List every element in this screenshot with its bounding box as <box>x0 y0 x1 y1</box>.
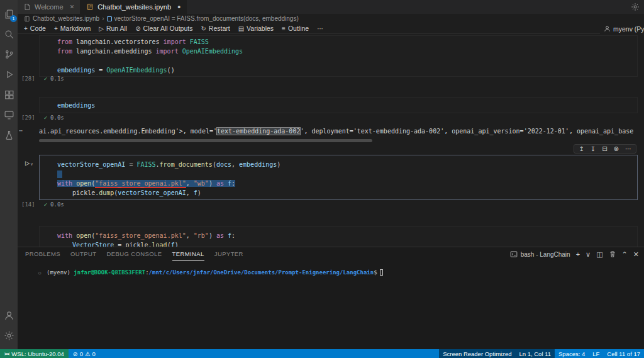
command-decoration-icon[interactable]: ○ <box>38 271 41 276</box>
token: text-embedding-ada-002 <box>217 128 300 135</box>
output-overflow-icon[interactable]: ⋯ <box>19 127 23 134</box>
tab-welcome[interactable]: Welcome ✕ <box>18 0 80 14</box>
more-actions-button[interactable]: ⋯ <box>317 25 323 32</box>
source-control-icon[interactable] <box>0 44 18 64</box>
code-line[interactable]: from langchain.embeddings import OpenAIE… <box>57 47 632 56</box>
token: "rb" <box>194 232 209 239</box>
split-cell-icon[interactable]: ⊟ <box>602 145 607 152</box>
panel-actions: bash - LangChain + ∨ ◫ ⌃ ✕ <box>510 250 639 258</box>
token: open <box>76 232 91 239</box>
kernel-picker[interactable]: myenv (Python <box>600 23 644 34</box>
code-line[interactable]: embeddings <box>57 101 632 110</box>
token: FAISS <box>186 38 209 45</box>
circle-slash-icon: ⊘ <box>135 25 140 32</box>
kill-terminal-icon[interactable] <box>609 250 616 258</box>
token: VectorStore = pickle.load(f) <box>57 242 179 247</box>
code-cell-4[interactable]: with open("faiss_store_openai.pkl", "rb"… <box>39 226 638 247</box>
cursor-position-status[interactable]: Ln 1, Col 11 <box>515 349 555 358</box>
code-line[interactable] <box>57 169 632 179</box>
delete-cell-icon[interactable]: ⊗ <box>614 145 619 152</box>
remote-label: WSL: Ubuntu-20.04 <box>11 350 64 357</box>
token: OpenAIEmbeddings <box>106 67 167 74</box>
terminal-shell-picker[interactable]: bash - LangChain <box>510 250 570 258</box>
code-line[interactable]: with open("faiss_store_openai.pkl", "rb"… <box>57 231 632 240</box>
code-line[interactable]: vectorStore_openAI = FAISS.from_document… <box>57 160 632 169</box>
editor-settings-gear-icon[interactable] <box>631 3 640 14</box>
tab-jupyter[interactable]: JUPYTER <box>214 247 243 261</box>
error-count: 0 <box>80 350 83 357</box>
variables-button[interactable]: ▤Variables <box>238 25 274 32</box>
chevron-down-icon: ∨ <box>30 162 33 167</box>
cell-2-status: [29] ✓ 0.0s <box>21 115 64 121</box>
eol-status[interactable]: LF <box>589 349 603 358</box>
tab-output[interactable]: OUTPUT <box>70 247 96 261</box>
token: = <box>95 67 106 74</box>
execution-time: 0.1s <box>50 76 64 82</box>
remote-explorer-icon[interactable] <box>0 104 18 125</box>
screen-reader-status[interactable]: Screen Reader Optimized <box>439 349 515 358</box>
token: from_documents <box>160 161 213 168</box>
problems-status[interactable]: ⊘ 0 ⚠ 0 <box>69 350 100 357</box>
cell-position-status[interactable]: Cell 11 of 17 <box>603 349 644 358</box>
split-terminal-icon[interactable]: ◫ <box>596 251 602 258</box>
tab-problems[interactable]: PROBLEMS <box>25 247 60 261</box>
cell-toolbar: ↥ ↧ ⊟ ⊗ ⋯ <box>574 144 636 154</box>
clear-all-outputs-button[interactable]: ⊘Clear All Outputs <box>135 25 192 32</box>
add-markdown-button[interactable]: +Markdown <box>54 25 91 32</box>
code-cell-1[interactable]: from langchain.vectorstores import FAISS… <box>39 35 638 77</box>
breadcrumb-separator: › <box>102 15 104 22</box>
run-cell-button[interactable]: ▷ ∨ <box>25 159 33 167</box>
testing-icon[interactable] <box>0 125 18 145</box>
close-icon[interactable]: ✕ <box>70 4 75 10</box>
new-terminal-icon[interactable]: + <box>576 251 580 258</box>
token: ) <box>175 242 179 247</box>
execute-above-icon[interactable]: ↥ <box>579 145 584 152</box>
outline-button[interactable]: ≡Outline <box>282 25 309 32</box>
modified-dot-icon[interactable]: ● <box>177 4 180 10</box>
add-code-button[interactable]: +Code <box>24 25 46 32</box>
code-line[interactable]: with open("faiss_store_openai.pkl", "wb"… <box>57 179 632 188</box>
success-check-icon: ✓ <box>44 201 47 208</box>
code-line[interactable]: embeddings = OpenAIEmbeddings() <box>57 65 632 75</box>
close-panel-icon[interactable]: ✕ <box>633 251 639 258</box>
breadcrumb-cell-symbol[interactable]: vectorStore_openAI = FAISS.from_document… <box>114 15 299 22</box>
remote-indicator[interactable]: >< WSL: Ubuntu-20.04 <box>0 349 69 358</box>
chevron-down-icon[interactable]: ∨ <box>586 251 591 258</box>
plus-icon: + <box>24 25 28 32</box>
breadcrumb-file[interactable]: Chatbot_websites.ipynb <box>33 15 99 22</box>
cell-1-status: [28] ✓ 0.1s <box>21 76 64 82</box>
extensions-icon[interactable] <box>0 84 18 104</box>
cell-3-status: [14] ✓ 0.0s <box>21 201 64 208</box>
code-line[interactable] <box>57 56 632 65</box>
button-label: Code <box>30 25 46 32</box>
more-actions-icon[interactable]: ⋯ <box>625 145 631 152</box>
run-debug-icon[interactable] <box>0 64 18 84</box>
code-cell-3-active[interactable]: vectorStore_openAI = FAISS.from_document… <box>39 155 638 200</box>
tab-debug-console[interactable]: DEBUG CONSOLE <box>106 247 162 261</box>
output-horizontal-scrollbar[interactable] <box>39 139 372 142</box>
token: embeddings = OpenAIEmbeddings() <box>57 67 175 74</box>
token: from langchain.embeddings import OpenAIE… <box>57 48 243 55</box>
search-icon[interactable] <box>0 24 18 44</box>
restart-button[interactable]: ↻Restart <box>201 25 230 32</box>
settings-gear-icon[interactable] <box>0 325 18 345</box>
token: import <box>156 48 179 55</box>
explorer-icon[interactable]: 1 <box>0 4 18 24</box>
code-cell-2[interactable]: embeddings <box>39 97 638 113</box>
token: = pickle. <box>114 242 152 247</box>
code-line[interactable]: from langchain.vectorstores import FAISS <box>57 37 632 47</box>
token: embeddings <box>57 102 95 109</box>
token: docs <box>216 161 231 168</box>
tab-notebook[interactable]: Chatbot_websites.ipynb ● <box>80 0 187 14</box>
cell-output-text: ai.api_resources.embedding.Embedding'>, … <box>39 126 644 137</box>
code-line[interactable]: pickle.dump(vectorStore_openAI, f) <box>57 188 632 198</box>
token: : <box>231 180 235 187</box>
run-all-button[interactable]: ▷Run All <box>99 25 127 32</box>
account-icon[interactable] <box>0 305 18 325</box>
indentation-status[interactable]: Spaces: 4 <box>555 349 589 358</box>
maximize-panel-icon[interactable]: ⌃ <box>622 251 628 258</box>
execute-below-icon[interactable]: ↧ <box>591 145 596 152</box>
terminal[interactable]: ○ (myenv) jnfar@BOOK-Q8IBS3FERT:/mnt/c/U… <box>18 264 644 349</box>
code-line[interactable]: VectorStore = pickle.load(f) <box>57 240 632 247</box>
tab-terminal[interactable]: TERMINAL <box>172 247 204 261</box>
